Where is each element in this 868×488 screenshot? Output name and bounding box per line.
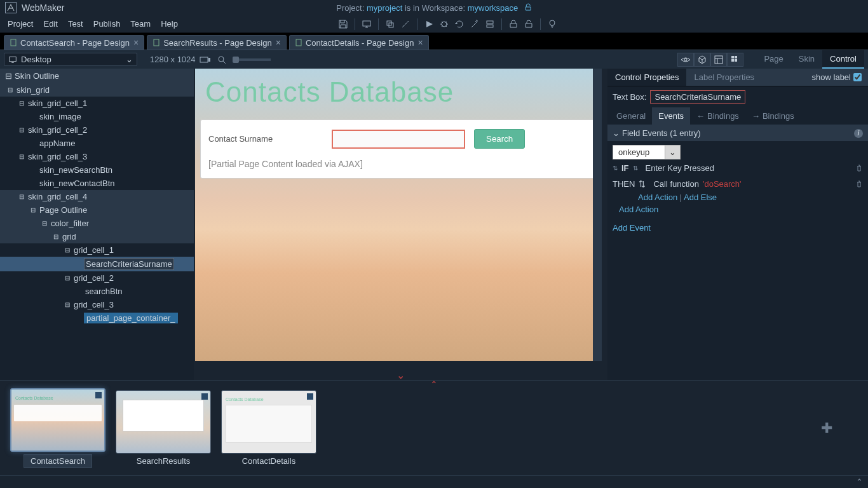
expand-down-icon[interactable]: ⌄ bbox=[397, 369, 405, 380]
wand-icon[interactable] bbox=[467, 17, 482, 32]
preview-icon[interactable] bbox=[677, 53, 694, 67]
field-events-header[interactable]: ⌄ Field Events (1 entry) i bbox=[607, 125, 868, 141]
orientation-icon[interactable] bbox=[198, 53, 212, 67]
sort-icon[interactable]: ⇅ bbox=[639, 179, 646, 189]
close-icon[interactable]: × bbox=[417, 37, 423, 48]
right-tab-page[interactable]: Page bbox=[756, 50, 790, 69]
tree-node[interactable]: ⊟Page Outline bbox=[0, 203, 194, 217]
tree-node[interactable]: partial_page_container_ bbox=[0, 311, 194, 325]
collapse-icon[interactable]: ⊟ bbox=[41, 220, 48, 227]
sub-tab-general[interactable]: General bbox=[610, 107, 652, 125]
debug-icon[interactable] bbox=[437, 17, 452, 32]
brush-icon[interactable] bbox=[398, 17, 413, 32]
sort-icon[interactable]: ⇅ bbox=[633, 165, 638, 172]
bulb-icon[interactable] bbox=[545, 17, 560, 32]
menu-edit[interactable]: Edit bbox=[38, 17, 62, 31]
delete-icon[interactable] bbox=[855, 165, 863, 172]
collapse-icon[interactable]: ⊟ bbox=[18, 126, 25, 133]
close-icon[interactable]: × bbox=[133, 37, 139, 48]
add-else-link[interactable]: Add Else bbox=[684, 193, 717, 202]
tree-node[interactable]: ⊟skin_grid_cell_3 bbox=[0, 150, 194, 163]
skin-outline-header[interactable]: ⊟ Skin Outline bbox=[0, 69, 194, 83]
tree-node[interactable]: ⊟skin_grid bbox=[0, 83, 194, 97]
menu-project[interactable]: Project bbox=[3, 17, 38, 31]
zoom-icon[interactable] bbox=[215, 53, 229, 67]
collapse-icon[interactable]: ⊟ bbox=[6, 86, 14, 93]
collapse-icon[interactable]: ⊟ bbox=[64, 247, 71, 254]
refresh-icon[interactable] bbox=[452, 17, 467, 32]
tree-node[interactable]: ⊟grid bbox=[0, 230, 194, 243]
sub-tab-events[interactable]: Events bbox=[652, 107, 690, 125]
design-canvas[interactable]: Contacts Database Contact Surname Search… bbox=[195, 69, 602, 361]
search-button[interactable]: Search bbox=[474, 129, 525, 149]
collapse-up-icon[interactable]: ⌃ bbox=[430, 379, 438, 390]
unlock-toolbar-icon[interactable] bbox=[521, 17, 536, 32]
thumb-contactsearch[interactable]: Contacts Database ContactSearch bbox=[10, 388, 105, 468]
doc-tab-contactdetails[interactable]: ContactDetails - Page Design × bbox=[289, 35, 429, 50]
copy-icon[interactable] bbox=[383, 17, 398, 32]
add-event-link[interactable]: Add Event bbox=[613, 223, 651, 233]
menu-team[interactable]: Team bbox=[125, 17, 156, 31]
show-label-checkbox[interactable] bbox=[853, 73, 862, 81]
tree-node[interactable]: skin_newContactBtn bbox=[0, 177, 194, 190]
monitor-icon[interactable] bbox=[359, 17, 374, 32]
tree-node[interactable]: appName bbox=[0, 137, 194, 150]
menu-help[interactable]: Help bbox=[156, 17, 183, 31]
right-tab-control[interactable]: Control bbox=[822, 50, 864, 69]
vertical-scrollbar[interactable] bbox=[593, 69, 602, 361]
doc-tab-contactsearch[interactable]: ContactSearch - Page Design × bbox=[4, 35, 144, 50]
collapse-icon[interactable]: ⊟ bbox=[52, 233, 60, 240]
play-icon[interactable] bbox=[421, 17, 437, 32]
thumb-contactdetails[interactable]: Contacts Database ContactDetails bbox=[221, 390, 316, 466]
prop-tab-label[interactable]: Label Properties bbox=[686, 69, 762, 86]
menu-test[interactable]: Test bbox=[63, 17, 88, 31]
collapse-icon[interactable]: ⊟ bbox=[18, 153, 25, 160]
tree-node[interactable]: ⊟grid_cell_1 bbox=[0, 243, 194, 257]
tree-node[interactable]: ⊟color_filter bbox=[0, 217, 194, 230]
layout-icon[interactable] bbox=[710, 53, 727, 67]
tree-node[interactable]: skin_image bbox=[0, 110, 194, 123]
tree-node[interactable]: searchBtn bbox=[0, 285, 194, 298]
surname-input[interactable] bbox=[332, 130, 465, 149]
add-action-link[interactable]: Add Action bbox=[638, 193, 677, 202]
collapse-icon[interactable]: ⊟ bbox=[18, 100, 25, 107]
tree-node[interactable]: SearchCriteriaSurname bbox=[0, 257, 194, 271]
thumb-searchresults[interactable]: SearchResults bbox=[116, 390, 211, 466]
tree-node[interactable]: ⊟skin_grid_cell_1 bbox=[0, 97, 194, 110]
sort-icon[interactable]: ⇅ bbox=[613, 165, 618, 172]
tree-node[interactable]: skin_newSearchBtn bbox=[0, 163, 194, 177]
lock-icon[interactable] bbox=[506, 17, 521, 32]
show-label-toggle[interactable]: show label bbox=[806, 69, 868, 86]
tree-node[interactable]: ⊟skin_grid_cell_4 bbox=[0, 190, 194, 203]
doc-tab-searchresults[interactable]: SearchResults - Page Design × bbox=[147, 35, 287, 50]
unlock-icon[interactable] bbox=[524, 3, 532, 13]
delete-icon[interactable] bbox=[855, 180, 863, 188]
grid-icon[interactable] bbox=[727, 53, 743, 67]
canvas-scroll[interactable]: Contacts Database Contact Surname Search… bbox=[194, 69, 607, 380]
collapse-icon[interactable]: ⊟ bbox=[18, 193, 25, 200]
right-tab-skin[interactable]: Skin bbox=[791, 50, 822, 69]
add-action-link-outer[interactable]: Add Action bbox=[619, 205, 658, 214]
tree-node[interactable]: ⊟grid_cell_2 bbox=[0, 271, 194, 285]
device-selector[interactable]: Desktop ⌄ bbox=[4, 53, 137, 66]
cube-icon[interactable] bbox=[694, 53, 710, 67]
tree-node[interactable]: ⊟grid_cell_3 bbox=[0, 298, 194, 311]
info-icon[interactable]: i bbox=[854, 129, 863, 138]
close-icon[interactable]: × bbox=[276, 37, 281, 48]
event-type-select[interactable]: onkeyup ⌄ bbox=[613, 145, 681, 159]
tree-node[interactable]: ⊟skin_grid_cell_2 bbox=[0, 123, 194, 137]
sub-tab-bindings-out[interactable]: → Bindings bbox=[745, 107, 801, 125]
menu-publish[interactable]: Publish bbox=[88, 17, 126, 31]
if-condition-text[interactable]: Enter Key Pressed bbox=[646, 163, 714, 173]
add-page-icon[interactable]: ✚ bbox=[821, 420, 832, 437]
sub-tab-bindings-in[interactable]: ← Bindings bbox=[690, 107, 745, 125]
collapse-icon[interactable]: ⊟ bbox=[29, 207, 37, 214]
server-icon[interactable] bbox=[482, 17, 498, 32]
collapse-icon[interactable]: ⊟ bbox=[64, 301, 71, 308]
field-name-box[interactable]: SearchCriteriaSurname bbox=[650, 90, 745, 104]
then-function-name[interactable]: 'doSearch' bbox=[703, 179, 742, 189]
prop-tab-control[interactable]: Control Propeties bbox=[607, 69, 686, 86]
chevron-up-icon[interactable]: ⌃ bbox=[856, 477, 863, 487]
save-icon[interactable] bbox=[336, 17, 351, 32]
collapse-icon[interactable]: ⊟ bbox=[64, 274, 71, 281]
